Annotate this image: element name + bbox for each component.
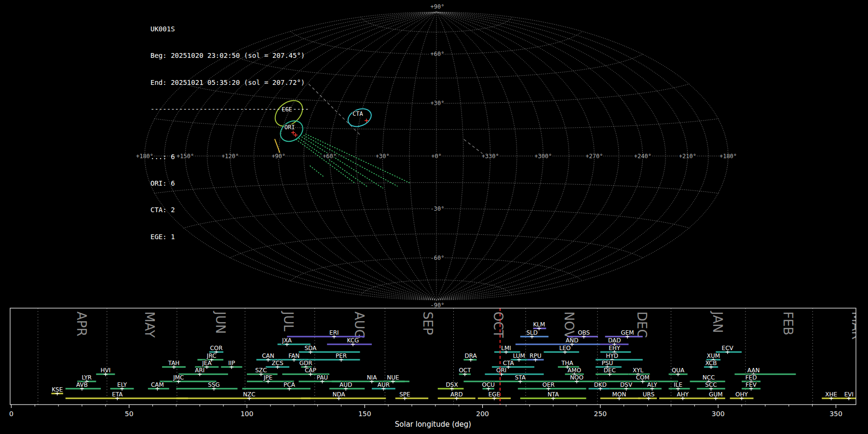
x-tick-label: 250 bbox=[594, 410, 607, 418]
shower-label: XCB bbox=[705, 360, 717, 366]
app-root: EGEORICTA+180°+150°+120°+90°+60°+30°+0°+… bbox=[0, 0, 868, 434]
shower-label: SCC bbox=[705, 381, 717, 388]
shower-AND: AND bbox=[515, 337, 600, 347]
longitude-label: +270° bbox=[585, 153, 603, 160]
shower-label: DKD bbox=[594, 381, 607, 388]
shower-counts: ...: 6 ORI: 6 CTA: 2 EGE: 1 bbox=[150, 135, 309, 259]
meteor-trail bbox=[299, 138, 368, 187]
x-tick-label: 350 bbox=[829, 410, 842, 418]
meteor-trail bbox=[304, 136, 397, 186]
shower-COM: COM bbox=[603, 374, 678, 384]
shower-label: DRA bbox=[465, 353, 477, 359]
shower-label: JMC bbox=[173, 374, 184, 381]
shower-IIP: IIP bbox=[221, 360, 242, 369]
month-label: JUL bbox=[281, 311, 296, 332]
shower-label: OCU bbox=[482, 381, 495, 388]
shower-label: NUE bbox=[387, 374, 399, 381]
meteor-trail bbox=[464, 139, 483, 154]
month-label: SEP bbox=[420, 312, 435, 335]
plot-canvas: EGEORICTA+180°+150°+120°+90°+60°+30°+0°+… bbox=[0, 0, 868, 434]
shower-label: XYL bbox=[633, 367, 644, 374]
longitude-label: +240° bbox=[634, 153, 651, 160]
shower-label: AAN bbox=[747, 367, 760, 374]
shower-SPE: SPE bbox=[395, 391, 428, 401]
shower-label: LEO bbox=[559, 345, 571, 352]
shower-ORI: ORI bbox=[485, 367, 544, 377]
shower-SDA: SDA bbox=[299, 345, 360, 354]
shower-label: COR bbox=[210, 345, 222, 352]
shower-label: CAN bbox=[262, 353, 274, 359]
count-cta: CTA: 2 bbox=[150, 205, 309, 214]
meteor-trail bbox=[310, 166, 324, 177]
shower-label: OER bbox=[542, 381, 555, 388]
longitude-label: +30° bbox=[376, 153, 390, 160]
x-tick-label: 300 bbox=[712, 410, 725, 418]
shower-AHY: AHY bbox=[659, 391, 706, 401]
shower-label: KLM bbox=[533, 321, 545, 328]
count-ori: ORI: 6 bbox=[150, 179, 309, 188]
station-id: UK001S bbox=[150, 25, 309, 33]
radiant-CTA: CTA bbox=[345, 106, 374, 130]
shower-OHY: OHY bbox=[730, 391, 754, 401]
latitude-label: +30° bbox=[431, 100, 445, 107]
x-tick-label: 150 bbox=[358, 410, 371, 418]
month-label: MAR bbox=[849, 312, 864, 339]
shower-label: AUD bbox=[339, 381, 352, 388]
month-label: MAY bbox=[142, 312, 157, 338]
shower-HVI: HVI bbox=[96, 367, 115, 377]
meridian-line bbox=[382, 12, 436, 300]
shower-label: DEC bbox=[604, 367, 616, 374]
shower-label: CAP bbox=[305, 367, 316, 374]
longitude-label: +60° bbox=[323, 153, 337, 160]
meridian-line bbox=[436, 12, 517, 300]
month-label: JUN bbox=[213, 311, 228, 334]
shower-label: LYR bbox=[81, 374, 92, 381]
shower-label: EHY bbox=[609, 345, 621, 352]
shower-label: ELY bbox=[117, 381, 127, 388]
latitude-label: +60° bbox=[431, 51, 445, 57]
shower-label: OBS bbox=[578, 329, 590, 336]
shower-label: FAN bbox=[288, 353, 299, 359]
shower-label: SLD bbox=[526, 329, 538, 336]
shower-ARD: ARD bbox=[438, 391, 475, 401]
shower-label: NCC bbox=[703, 374, 715, 381]
shower-label: SPE bbox=[399, 391, 410, 398]
shower-EGE: EGE bbox=[478, 391, 511, 401]
shower-label: IIP bbox=[228, 360, 235, 366]
shower-label: PSU bbox=[602, 360, 613, 366]
meteor-trail bbox=[302, 137, 383, 188]
shower-label: LMI bbox=[501, 345, 511, 352]
parallel-line bbox=[361, 280, 512, 295]
longitude-label: +180° bbox=[719, 153, 737, 160]
shower-label: NOO bbox=[570, 374, 583, 381]
shower-label: ECV bbox=[722, 345, 734, 352]
shower-SZC: SZC bbox=[247, 367, 278, 377]
shower-label: LUM bbox=[513, 353, 525, 359]
shower-SLD: SLD bbox=[520, 329, 549, 339]
shower-AUD: AUD bbox=[329, 381, 365, 391]
shower-ALY: ALY bbox=[643, 381, 662, 391]
x-tick-label: 0 bbox=[9, 410, 14, 418]
shower-DSX: DSX bbox=[438, 381, 464, 391]
shower-label: JRC bbox=[206, 353, 217, 359]
shower-PCA: PCA bbox=[242, 381, 311, 391]
month-label: OCT bbox=[491, 312, 505, 338]
shower-label: KCG bbox=[347, 337, 359, 344]
shower-KSE: KSE bbox=[52, 386, 63, 396]
shower-label: CTA bbox=[503, 360, 515, 366]
shower-XHE: XHE bbox=[822, 391, 841, 401]
shower-NZC: NZC bbox=[176, 391, 311, 401]
shower-label: ORI bbox=[496, 367, 506, 374]
shower-MON: MON bbox=[600, 391, 640, 401]
shower-label: AUR bbox=[378, 381, 390, 388]
shower-DRA: DRA bbox=[464, 353, 477, 362]
shower-label: ARD bbox=[450, 391, 463, 398]
session-info: UK001S Beg: 20251020 23:02:50 (sol = 207… bbox=[150, 7, 309, 277]
shower-label: FEV bbox=[746, 381, 757, 388]
shower-DSV: DSV bbox=[610, 381, 642, 391]
shower-label: JXA bbox=[282, 337, 292, 344]
shower-label: KSE bbox=[52, 386, 63, 393]
shower-label: MON bbox=[612, 391, 626, 398]
shower-AUR: AUR bbox=[372, 381, 395, 391]
month-label: APR bbox=[74, 312, 89, 337]
